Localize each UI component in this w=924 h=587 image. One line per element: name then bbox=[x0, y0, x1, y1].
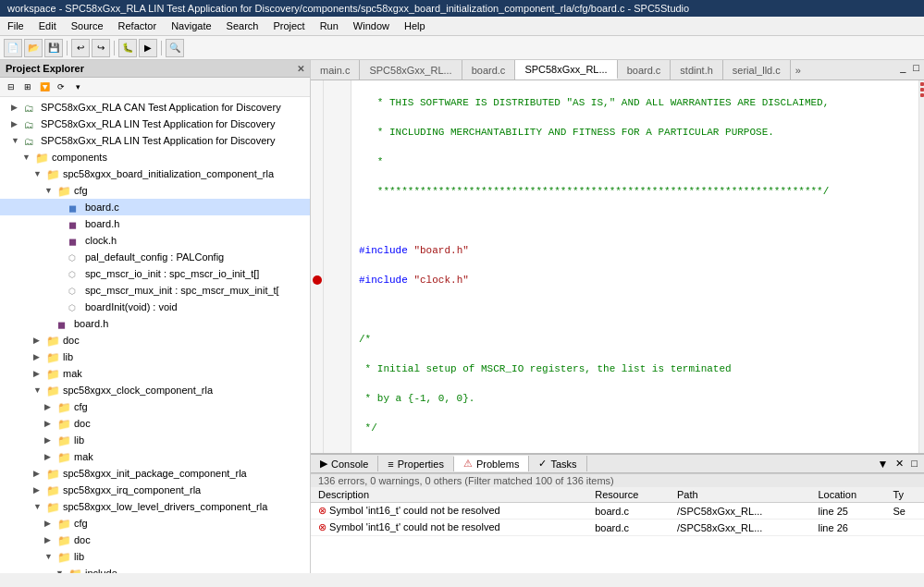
editor-max-btn[interactable]: □ bbox=[910, 62, 922, 78]
tab-board-c[interactable]: board.c bbox=[462, 60, 516, 79]
tree-item-irq[interactable]: ▶ 📁 spc58xgxx_irq_component_rla bbox=[0, 482, 310, 498]
tree-item-clock-h[interactable]: ▶ ◼ clock.h bbox=[0, 232, 310, 249]
tree-item-board-h2[interactable]: ▶ ◼ board.h bbox=[0, 315, 310, 332]
editor-min-btn[interactable]: _ bbox=[897, 62, 908, 78]
tree-item-clock-mak[interactable]: ▶ 📁 mak bbox=[0, 448, 310, 465]
menu-run[interactable]: Run bbox=[313, 18, 346, 33]
tree-item-low-doc[interactable]: ▶ 📁 doc bbox=[0, 532, 310, 548]
toolbar-sep1 bbox=[67, 41, 68, 55]
tree-item-low-lib[interactable]: ▼ 📁 lib bbox=[0, 548, 310, 565]
tree-item-clock-lib[interactable]: ▶ 📁 lib bbox=[0, 432, 310, 448]
tree-item-doc[interactable]: ▶ 📁 doc bbox=[0, 332, 310, 349]
tree-item-can-app[interactable]: ▶ 🗂 SPC58xGxx_RLA CAN Test Application f… bbox=[0, 99, 310, 116]
menu-refactor[interactable]: Refactor bbox=[111, 18, 165, 33]
tree-item-lin-app[interactable]: ▶ 🗂 SPC58xGxx_RLA LIN Test Application f… bbox=[0, 116, 310, 132]
bottom-tab-bar: ▶ Console ≡ Properties ⚠ Problems ✓ Task… bbox=[311, 455, 924, 473]
menu-file[interactable]: File bbox=[0, 18, 31, 33]
menu-navigate[interactable]: Navigate bbox=[164, 18, 218, 33]
tree-item-clock-doc[interactable]: ▶ 📁 doc bbox=[0, 415, 310, 432]
tree-label-clock-mak: mak bbox=[74, 449, 93, 464]
toolbar-search[interactable]: 🔍 bbox=[166, 39, 184, 57]
folder-icon-lib: 📁 bbox=[46, 350, 61, 363]
problem-row-2[interactable]: ⊗ Symbol 'int16_t' could not be resolved… bbox=[311, 520, 924, 536]
code-lines[interactable]: * THIS SOFTWARE IS DISTRIBUTED "AS IS," … bbox=[351, 80, 918, 453]
tree-item-clock-cfg[interactable]: ▶ 📁 cfg bbox=[0, 398, 310, 415]
menu-edit[interactable]: Edit bbox=[31, 18, 64, 33]
tab-spc58-rl2[interactable]: SPC58xGxx_RL... bbox=[515, 60, 617, 79]
tree-item-board-init-fn[interactable]: ▶ ⬡ boardInit(void) : void bbox=[0, 299, 310, 315]
menu-search[interactable]: Search bbox=[219, 18, 266, 33]
toolbar-undo[interactable]: ↩ bbox=[71, 39, 90, 57]
tree-item-low-cfg[interactable]: ▶ 📁 cfg bbox=[0, 515, 310, 532]
toolbar-save[interactable]: 💾 bbox=[44, 39, 63, 57]
problem-row-1[interactable]: ⊗ Symbol 'int16_t' could not be resolved… bbox=[311, 503, 924, 520]
tab-stdint-h[interactable]: stdint.h bbox=[671, 60, 722, 79]
tree-item-spc-mscr-mux[interactable]: ▶ ⬡ spc_mscr_mux_init : spc_mscr_mux_ini… bbox=[0, 282, 310, 299]
tab-board-c2[interactable]: board.c bbox=[618, 60, 671, 79]
tree-label-clock-h: clock.h bbox=[85, 233, 117, 248]
bottom-content[interactable]: Description Resource Path Location Ty ⊗ … bbox=[311, 487, 924, 573]
folder-icon-low-doc: 📁 bbox=[57, 533, 72, 546]
bp-row-10 bbox=[311, 214, 323, 228]
panel-sync-btn[interactable]: ⟳ bbox=[54, 79, 68, 94]
error-icon-1: ⊗ bbox=[318, 505, 326, 516]
menu-window[interactable]: Window bbox=[346, 18, 397, 33]
toolbar-redo[interactable]: ↪ bbox=[92, 39, 110, 57]
tree-item-board-init[interactable]: ▼ 📁 spc58xgxx_board_initialization_compo… bbox=[0, 165, 310, 182]
maximize-panel-btn[interactable]: □ bbox=[908, 458, 920, 471]
tree-container[interactable]: ▶ 🗂 SPC58xGxx_RLA CAN Test Application f… bbox=[0, 97, 310, 573]
tree-item-board-h-cfg[interactable]: ▶ ◼ board.h bbox=[0, 215, 310, 232]
tab-spc58-rl1[interactable]: SPC58xGxx_RL... bbox=[360, 60, 462, 79]
panel-expand-btn[interactable]: ⊞ bbox=[20, 79, 35, 94]
tab-more-btn[interactable]: » bbox=[791, 60, 806, 79]
col-location[interactable]: Location bbox=[810, 487, 885, 503]
file-icon-board-h-cfg: ◼ bbox=[68, 217, 83, 230]
tree-item-pal-default[interactable]: ▶ ⬡ pal_default_config : PALConfig bbox=[0, 249, 310, 265]
tree-item-include[interactable]: ▼ 📁 include bbox=[0, 565, 310, 573]
problem-resource-2: board.c bbox=[587, 520, 670, 536]
tree-item-lib[interactable]: ▶ 📁 lib bbox=[0, 349, 310, 365]
close-panel-btn[interactable]: ✕ bbox=[893, 458, 906, 471]
tree-item-clock-comp[interactable]: ▼ 📁 spc58xgxx_clock_component_rla bbox=[0, 382, 310, 398]
menu-project[interactable]: Project bbox=[265, 18, 312, 33]
menu-source[interactable]: Source bbox=[64, 18, 111, 33]
bp-row-26 bbox=[311, 450, 323, 453]
code-editor[interactable]: * THIS SOFTWARE IS DISTRIBUTED "AS IS," … bbox=[311, 80, 924, 453]
tree-item-cfg[interactable]: ▼ 📁 cfg bbox=[0, 182, 310, 199]
tree-label-board-init-fn: boardInit(void) : void bbox=[85, 300, 178, 314]
toolbar-run[interactable]: ▶ bbox=[139, 39, 157, 57]
bp-row-23 bbox=[311, 406, 323, 421]
bottom-tab-properties[interactable]: ≡ Properties bbox=[378, 457, 454, 471]
tab-main-c[interactable]: main.c bbox=[311, 60, 360, 79]
panel-menu-btn[interactable]: ▾ bbox=[70, 79, 85, 94]
bottom-tab-tasks[interactable]: ✓ Tasks bbox=[529, 456, 586, 471]
folder-icon-board-init: 📁 bbox=[46, 167, 61, 180]
tab-serial-lld[interactable]: serial_lld.c bbox=[723, 60, 791, 79]
tree-item-spc-mscr-io[interactable]: ▶ ⬡ spc_mscr_io_init : spc_mscr_io_init_… bbox=[0, 265, 310, 282]
tree-item-components[interactable]: ▼ 📁 components bbox=[0, 149, 310, 165]
col-description[interactable]: Description bbox=[311, 487, 587, 503]
toolbar-debug[interactable]: 🐛 bbox=[118, 39, 137, 57]
properties-icon: ≡ bbox=[388, 459, 393, 470]
col-type[interactable]: Ty bbox=[886, 487, 925, 503]
error-marker-3 bbox=[920, 93, 924, 97]
tree-item-lin-app2[interactable]: ▼ 🗂 SPC58xGxx_RLA LIN Test Application f… bbox=[0, 132, 310, 149]
tree-item-init-pkg[interactable]: ▶ 📁 spc58xgxx_init_package_component_rla bbox=[0, 465, 310, 482]
bottom-tab-problems[interactable]: ⚠ Problems bbox=[454, 456, 529, 471]
col-path[interactable]: Path bbox=[670, 487, 810, 503]
col-resource[interactable]: Resource bbox=[587, 487, 670, 503]
toolbar-open[interactable]: 📂 bbox=[24, 39, 43, 57]
filter-btn[interactable]: ▼ bbox=[874, 458, 891, 471]
bottom-tab-console[interactable]: ▶ Console bbox=[311, 456, 378, 471]
toolbar-new[interactable]: 📄 bbox=[4, 39, 22, 57]
project-explorer-title: Project Explorer bbox=[6, 63, 84, 74]
tree-label-lin-app2: SPC58xGxx_RLA LIN Test Application for D… bbox=[41, 133, 276, 148]
bp-row-16 bbox=[311, 302, 323, 317]
panel-filter-btn[interactable]: 🔽 bbox=[37, 79, 52, 94]
menu-help[interactable]: Help bbox=[397, 18, 433, 33]
tree-item-low-drv[interactable]: ▼ 📁 spc58xgxx_low_level_drivers_componen… bbox=[0, 498, 310, 515]
tree-item-board-c[interactable]: ▶ ◼ board.c bbox=[0, 199, 310, 215]
tree-item-mak[interactable]: ▶ 📁 mak bbox=[0, 365, 310, 382]
code-line-4: ****************************************… bbox=[359, 184, 911, 199]
panel-collapse-btn[interactable]: ⊟ bbox=[4, 79, 18, 94]
